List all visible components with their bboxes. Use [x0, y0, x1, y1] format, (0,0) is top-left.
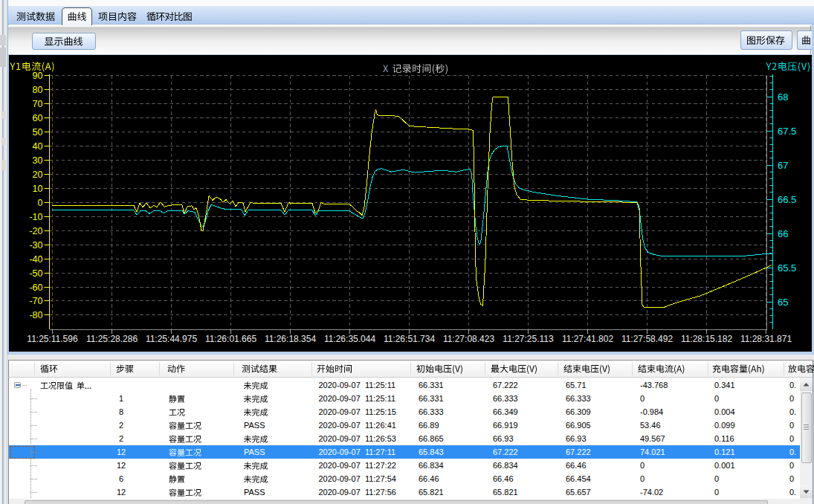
- svg-text:-40: -40: [29, 254, 42, 265]
- svg-text:65: 65: [778, 297, 788, 308]
- svg-text:80: 80: [33, 85, 43, 95]
- svg-text:11:26:01.665: 11:26:01.665: [205, 334, 257, 344]
- svg-text:65.5: 65.5: [778, 262, 796, 274]
- svg-text:-80: -80: [29, 310, 42, 320]
- svg-text:-30: -30: [29, 240, 42, 251]
- svg-text:66.5: 66.5: [778, 194, 796, 205]
- svg-text:0: 0: [38, 198, 43, 208]
- svg-text:-20: -20: [29, 226, 42, 236]
- svg-text:67.5: 67.5: [778, 126, 796, 137]
- svg-text:70: 70: [33, 99, 43, 109]
- svg-text:-60: -60: [29, 282, 42, 293]
- svg-text:11:27:08.423: 11:27:08.423: [443, 334, 495, 344]
- svg-text:11:25:44.975: 11:25:44.975: [146, 334, 198, 344]
- svg-text:-70: -70: [29, 296, 42, 306]
- svg-text:-10: -10: [29, 212, 42, 222]
- svg-text:66: 66: [778, 228, 788, 239]
- svg-text:40: 40: [33, 141, 43, 152]
- svg-text:11:26:35.044: 11:26:35.044: [324, 334, 376, 344]
- svg-text:11:26:18.354: 11:26:18.354: [265, 334, 317, 344]
- svg-text:11:25:11.596: 11:25:11.596: [27, 334, 78, 344]
- svg-text:11:27:25.113: 11:27:25.113: [503, 334, 554, 344]
- svg-text:68: 68: [778, 91, 788, 103]
- svg-text:-50: -50: [29, 268, 42, 279]
- svg-text:50: 50: [33, 127, 43, 138]
- svg-text:11:28:31.871: 11:28:31.871: [740, 334, 792, 344]
- svg-text:67: 67: [778, 160, 788, 171]
- svg-text:10: 10: [33, 184, 43, 194]
- svg-text:11:25:28.286: 11:25:28.286: [86, 334, 138, 344]
- svg-text:11:26:51.734: 11:26:51.734: [384, 334, 436, 344]
- svg-text:30: 30: [33, 155, 43, 166]
- svg-text:11:27:58.492: 11:27:58.492: [621, 334, 674, 344]
- svg-text:90: 90: [33, 71, 43, 81]
- svg-text:11:27:41.802: 11:27:41.802: [562, 334, 614, 344]
- svg-text:20: 20: [33, 169, 43, 180]
- svg-text:60: 60: [33, 113, 43, 123]
- svg-text:11:28:15.182: 11:28:15.182: [681, 334, 733, 344]
